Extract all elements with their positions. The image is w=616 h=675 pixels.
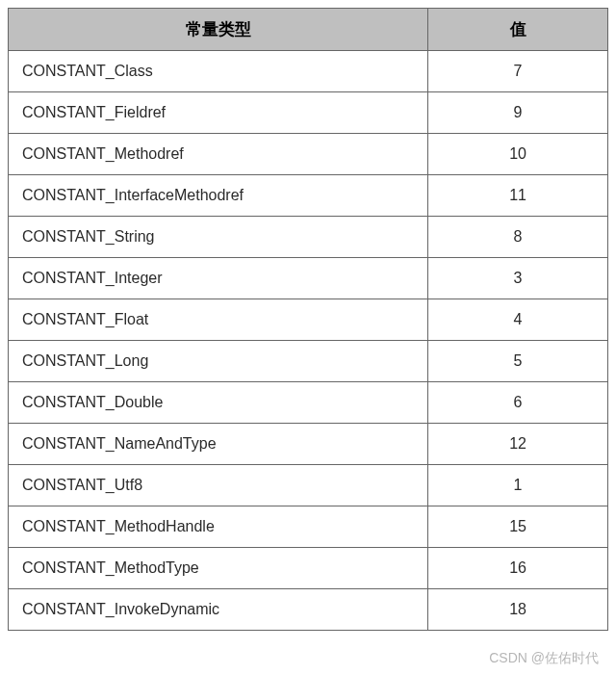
type-cell: CONSTANT_NameAndType — [9, 424, 428, 465]
table-row: CONSTANT_NameAndType 12 — [9, 424, 608, 465]
table-row: CONSTANT_MethodHandle 15 — [9, 506, 608, 548]
table-row: CONSTANT_Class 7 — [9, 51, 608, 92]
value-cell: 5 — [428, 341, 608, 382]
type-cell: CONSTANT_MethodHandle — [9, 506, 428, 548]
value-cell: 4 — [428, 299, 608, 341]
value-cell: 16 — [428, 548, 608, 589]
type-cell: CONSTANT_InvokeDynamic — [9, 589, 428, 631]
value-cell: 11 — [428, 175, 608, 217]
table-body: CONSTANT_Class 7 CONSTANT_Fieldref 9 CON… — [9, 51, 608, 631]
table-row: CONSTANT_Methodref 10 — [9, 134, 608, 175]
table-row: CONSTANT_Integer 3 — [9, 258, 608, 299]
table-header-row: 常量类型 值 — [9, 9, 608, 51]
type-cell: CONSTANT_Methodref — [9, 134, 428, 175]
value-cell: 1 — [428, 465, 608, 506]
value-cell: 7 — [428, 51, 608, 92]
table-row: CONSTANT_String 8 — [9, 217, 608, 258]
table-row: CONSTANT_Double 6 — [9, 382, 608, 424]
table-row: CONSTANT_InvokeDynamic 18 — [9, 589, 608, 631]
value-cell: 6 — [428, 382, 608, 424]
value-cell: 3 — [428, 258, 608, 299]
type-cell: CONSTANT_String — [9, 217, 428, 258]
value-cell: 10 — [428, 134, 608, 175]
table-row: CONSTANT_MethodType 16 — [9, 548, 608, 589]
value-cell: 12 — [428, 424, 608, 465]
type-cell: CONSTANT_Double — [9, 382, 428, 424]
type-cell: CONSTANT_MethodType — [9, 548, 428, 589]
constants-table: 常量类型 值 CONSTANT_Class 7 CONSTANT_Fieldre… — [8, 8, 608, 631]
value-cell: 15 — [428, 506, 608, 548]
value-cell: 18 — [428, 589, 608, 631]
value-cell: 9 — [428, 92, 608, 134]
table-row: CONSTANT_Fieldref 9 — [9, 92, 608, 134]
type-cell: CONSTANT_Float — [9, 299, 428, 341]
table-row: CONSTANT_InterfaceMethodref 11 — [9, 175, 608, 217]
table-row: CONSTANT_Utf8 1 — [9, 465, 608, 506]
type-cell: CONSTANT_InterfaceMethodref — [9, 175, 428, 217]
table-row: CONSTANT_Long 5 — [9, 341, 608, 382]
table-row: CONSTANT_Float 4 — [9, 299, 608, 341]
value-cell: 8 — [428, 217, 608, 258]
header-type: 常量类型 — [9, 9, 428, 51]
type-cell: CONSTANT_Fieldref — [9, 92, 428, 134]
type-cell: CONSTANT_Integer — [9, 258, 428, 299]
type-cell: CONSTANT_Utf8 — [9, 465, 428, 506]
type-cell: CONSTANT_Long — [9, 341, 428, 382]
header-value: 值 — [428, 9, 608, 51]
type-cell: CONSTANT_Class — [9, 51, 428, 92]
